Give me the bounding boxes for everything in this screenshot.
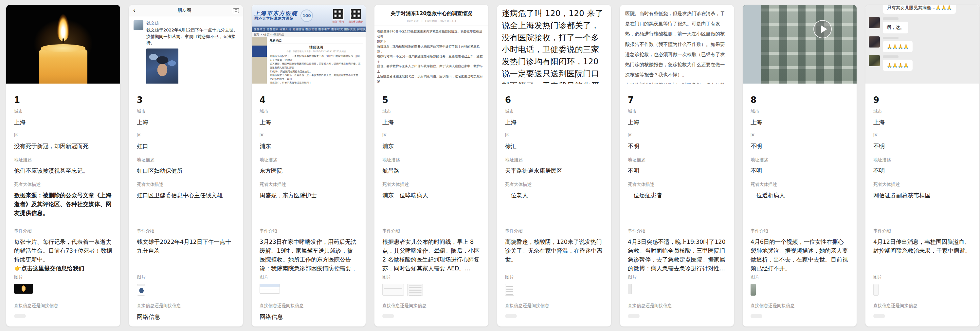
doc2-thumbnail[interactable] — [407, 284, 423, 296]
field-label-event: 事件介绍 — [505, 228, 603, 234]
field-label-source: 直接信息还是间接信息 — [137, 303, 235, 309]
field-label-address: 地址描述 — [259, 157, 358, 163]
qr-caption: 微信二维码 — [331, 20, 345, 23]
field-label-deceased: 死者大体描述 — [628, 182, 726, 187]
field-value-event: 4月3日突感不适，晚上19:30叫了120急救。当时面临全员核酸，三甲医院门急诊… — [628, 238, 725, 272]
victim-card[interactable]: 只有其女儿眼见其病逝...🙏🙏🙏 啊，这。 🙏🙏🙏🙏 🙏🙏🙏🙏 — [865, 5, 980, 327]
field-value-event: 4月6日的一个视频，一位女性在撕心裂肺地哭泣。据视频描述，她的亲人要做透析，出不… — [751, 238, 848, 272]
notice-meta: 作者：系统管理员 发表于：2022/3/25 2:46:41 有253人阅读 — [270, 50, 363, 53]
website-thumbnail[interactable] — [259, 284, 280, 294]
post-photo — [146, 48, 178, 84]
field-value-deceased: 虹口区卫健委信息中心主任钱文雄 — [137, 191, 235, 200]
field-label-source: 直接信息还是间接信息 — [505, 303, 603, 309]
submit-info-link[interactable]: 👉点击这里提交信息给我们 — [14, 264, 112, 273]
card-number: 4 — [259, 91, 358, 109]
field-value-event: 3月23日在家中哮喘发作，用药后无法缓解。19时，家属驾车送其就诊，被医院拒收。… — [259, 238, 357, 274]
field-value-district: 不明 — [751, 142, 849, 151]
field-label-district: 区 — [628, 133, 726, 138]
qr-caption: 患者移动服务平台 — [348, 20, 363, 23]
victim-card[interactable]: 迷病危了叫 120，120 来了说全上海发热门诊都关了，没有医院接收，打了一个多… — [497, 5, 611, 327]
field-label-city: 城市 — [137, 109, 235, 114]
field-label-image: 图片 — [628, 274, 726, 280]
field-value-district: 虹口 — [137, 142, 235, 151]
field-label-address: 地址描述 — [505, 157, 603, 163]
wechat-moments-screenshot: ‹ 朋友圈 钱文雄 钱文雄于2022年4月12日下午一点十九分去世。疫情期间一切… — [129, 5, 243, 83]
avatar — [869, 55, 880, 66]
chat-bubble: 只有其女儿眼见其病逝...🙏🙏🙏 — [883, 5, 956, 14]
card-header-image — [6, 5, 120, 83]
card-header-image: ‹ 朋友圈 钱文雄 钱文雄于2022年4月12日下午一点十九分去世。疫情期间一切… — [129, 5, 243, 83]
wechat-chat-screenshot: 只有其女儿眼见其病逝...🙏🙏🙏 啊，这。 🙏🙏🙏🙏 🙏🙏🙏🙏 — [865, 5, 979, 83]
field-value-address: 天平路街道永康居民区 — [505, 166, 603, 175]
field-label-address: 地址描述 — [628, 157, 726, 163]
field-label-image: 图片 — [14, 274, 112, 280]
avatar — [869, 17, 880, 28]
anniversary-badge: 100 — [301, 10, 313, 22]
card-header-image: 只有其女儿眼见其病逝...🙏🙏🙏 啊，这。 🙏🙏🙏🙏 🙏🙏🙏🙏 — [865, 5, 979, 83]
doc-thumbnail[interactable] — [382, 284, 404, 296]
field-value-deceased: 一位透析病人 — [751, 191, 849, 200]
field-label-source: 直接信息还是间接信息 — [382, 303, 480, 309]
divider — [374, 26, 488, 26]
notice-title: 情况说明 — [270, 45, 363, 50]
hospital-subname: 同济大学附属东方医院 — [255, 17, 298, 21]
field-label-image: 图片 — [505, 274, 603, 280]
field-value-event: 根据患者女儿公布的时间线，早上 8 点，其父哮喘发作、晕倒。随后，小区 2 名做… — [382, 238, 480, 272]
notice-body: 周盛妮为我院护士，一直在院内从事护理相关工作。3月23日在家中哮喘发作，用药后无… — [270, 54, 363, 83]
field-value-district: 徐汇 — [505, 142, 603, 151]
victim-card[interactable]: 8 城市 上海 区 不明 地址描述 不明 死者大体描述 一位透析病人 事件介绍 … — [742, 5, 857, 327]
section-title: 最新动态 — [270, 38, 363, 44]
victim-card[interactable]: 上海市东方医院 同济大学附属东方医院 100 微信二维码 患者移动服务平台 医院… — [251, 5, 366, 327]
image-thumbnails — [382, 284, 480, 296]
candle-thumbnail[interactable] — [14, 284, 33, 294]
field-label-source: 直接信息还是间接信息 — [873, 303, 972, 309]
text-thumbnail[interactable] — [505, 284, 514, 296]
card-header-image: 关于对浦东120急救中心的调查情况 【信息来源：】【信息时间：2022-03-3… — [374, 5, 488, 83]
field-label-image: 图片 — [382, 274, 480, 280]
field-label-district: 区 — [873, 133, 972, 138]
field-label-deceased: 死者大体描述 — [137, 182, 235, 187]
victim-card[interactable]: 关于对浦东120急救中心的调查情况 【信息来源：】【信息时间：2022-03-3… — [374, 5, 489, 327]
hospital-website-screenshot: 上海市东方医院 同济大学附属东方医院 100 微信二维码 患者移动服务平台 医院… — [252, 5, 366, 83]
website-sidebar — [252, 37, 267, 83]
field-label-deceased: 死者大体描述 — [259, 182, 358, 187]
victim-card[interactable]: 医院。当时有些低烧，但是发热门诊在消杀，于是在门口的黑夜里等待了很久。可是由于有… — [620, 5, 734, 327]
video-thumbnail[interactable] — [751, 284, 756, 296]
play-icon[interactable] — [813, 20, 832, 38]
moments-nav-bar: ‹ 朋友圈 — [129, 5, 243, 16]
field-label-district: 区 — [382, 133, 480, 138]
moments-thumbnail[interactable] — [137, 284, 145, 296]
field-label-event: 事件介绍 — [137, 228, 235, 234]
field-value-city: 上海 — [505, 118, 603, 127]
field-label-address: 地址描述 — [751, 157, 849, 163]
card-number: 9 — [873, 91, 972, 109]
field-value-deceased: 网信证券副总裁韦桂国 — [873, 191, 972, 200]
field-value-address: 航昌路 — [382, 166, 480, 175]
card-number: 6 — [505, 91, 603, 109]
field-value-event: 钱文雄于2022年4月12日下午一点十九分自杀 — [137, 238, 231, 254]
tall-thumbnail[interactable] — [628, 284, 632, 294]
field-label-deceased: 死者大体描述 — [14, 182, 112, 187]
back-icon: ‹ — [133, 7, 136, 14]
image-thumbnails — [628, 284, 726, 294]
victim-card[interactable]: 1 城市 上海 区 没有死于新冠，却因新冠而死 地址描述 他们不应该被漠视甚至忘… — [6, 5, 121, 327]
avatar — [134, 20, 143, 30]
candle-body — [39, 46, 88, 83]
field-value-address: 不明 — [873, 166, 972, 175]
field-label-deceased: 死者大体描述 — [505, 182, 603, 187]
card-header-image: 迷病危了叫 120，120 来了说全上海发热门诊都关了，没有医院接收，打了一个多… — [497, 5, 611, 83]
chat-bubble: 啊，这。 — [883, 22, 908, 34]
phone-thumbnail[interactable] — [873, 284, 878, 296]
card-number: 1 — [14, 91, 112, 109]
field-label-city: 城市 — [14, 109, 112, 114]
weibo-text-screenshot: 医院。当时有些低烧，但是发热门诊在消杀，于是在门口的黑夜里等待了很久。可是由于有… — [620, 5, 734, 83]
card-header-image — [743, 5, 857, 83]
field-value-district: 浦东 — [382, 142, 480, 151]
field-label-deceased: 死者大体描述 — [382, 182, 480, 187]
field-value-city: 上海 — [628, 118, 726, 127]
field-label-address: 地址描述 — [382, 157, 480, 163]
card-header-image: 上海市东方医院 同济大学附属东方医院 100 微信二维码 患者移动服务平台 医院… — [252, 5, 366, 83]
image-thumbnails — [751, 284, 849, 296]
official-document-screenshot: 关于对浦东120急救中心的调查情况 【信息来源：】【信息时间：2022-03-3… — [374, 5, 488, 83]
victim-card[interactable]: ‹ 朋友圈 钱文雄 钱文雄于2022年4月12日下午一点十九分去世。疫情期间一切… — [129, 5, 243, 327]
